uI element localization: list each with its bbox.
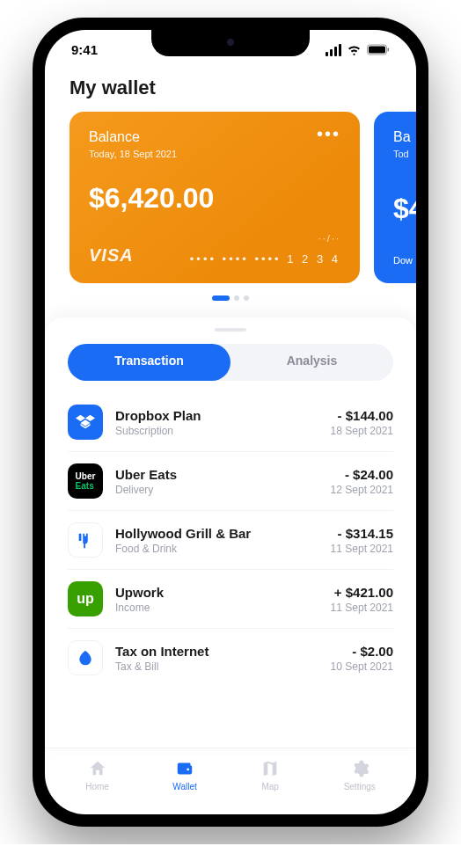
tx-date: 11 Sept 2021 <box>331 602 393 614</box>
transaction-row[interactable]: Tax on InternetTax & Bill- $2.0010 Sept … <box>68 629 393 687</box>
nav-label: Map <box>261 782 278 791</box>
home-icon <box>88 759 107 778</box>
page-title: My wallet <box>70 77 391 99</box>
leaf-icon <box>68 640 103 675</box>
nav-label: Settings <box>344 782 376 791</box>
map-icon <box>260 759 280 778</box>
restaurant-icon <box>68 522 103 558</box>
wallet-card-primary[interactable]: Balance Today, 18 Sept 2021 ••• $6,420.0… <box>70 112 360 283</box>
tx-date: 18 Sept 2021 <box>331 425 393 437</box>
tab-analysis[interactable]: Analysis <box>230 344 393 381</box>
tx-amount: - $144.00 <box>331 408 393 423</box>
tx-category: Delivery <box>115 484 331 496</box>
nav-map[interactable]: Map <box>260 759 280 791</box>
tx-title: Hollywood Grill & Bar <box>115 526 331 541</box>
svg-rect-2 <box>388 48 390 52</box>
pager-dot <box>234 295 239 301</box>
carousel-pager <box>45 283 416 317</box>
tx-category: Subscription <box>115 425 331 437</box>
pager-dot <box>244 295 249 301</box>
card-date: Tod <box>393 149 416 159</box>
wallet-icon <box>175 759 194 778</box>
ubereats-icon: UberEats <box>68 463 103 499</box>
battery-icon <box>367 44 390 55</box>
card-amount: $4 <box>393 193 416 225</box>
card-number: •••• •••• •••• 1 2 3 4 <box>190 252 340 266</box>
card-label: Balance <box>89 129 177 145</box>
nav-label: Home <box>85 782 109 791</box>
tx-title: Uber Eats <box>115 467 331 482</box>
card-label: Ba <box>393 129 416 145</box>
wallet-card-secondary[interactable]: Ba Tod $4 Dow <box>374 112 416 283</box>
tx-category: Tax & Bill <box>115 660 331 673</box>
tx-amount: - $24.00 <box>331 467 393 482</box>
upwork-icon: up <box>68 581 103 616</box>
tx-title: Tax on Internet <box>115 644 331 659</box>
header: My wallet <box>45 61 416 112</box>
transaction-list[interactable]: Dropbox PlanSubscription- $144.0018 Sept… <box>45 393 416 748</box>
transaction-row[interactable]: upUpworkIncome+ $421.0011 Sept 2021 <box>68 570 393 629</box>
bottom-nav: Home Wallet Map Settings <box>45 748 416 814</box>
tx-amount: + $421.00 <box>331 585 393 600</box>
card-expiry: ··/·· <box>318 233 340 244</box>
gear-icon <box>350 759 370 778</box>
card-extra: Dow <box>393 255 416 266</box>
visa-logo: VISA <box>89 245 134 266</box>
wifi-icon <box>347 44 362 55</box>
tx-title: Upwork <box>115 585 331 600</box>
sheet-handle[interactable] <box>215 328 246 332</box>
pager-dot-active <box>212 295 230 301</box>
nav-label: Wallet <box>172 782 196 791</box>
tx-amount: - $314.15 <box>331 526 393 541</box>
tx-title: Dropbox Plan <box>115 408 331 423</box>
status-time: 9:41 <box>71 42 98 57</box>
transaction-row[interactable]: Hollywood Grill & BarFood & Drink- $314.… <box>68 511 393 570</box>
tx-date: 10 Sept 2021 <box>331 660 393 673</box>
tx-date: 12 Sept 2021 <box>331 484 393 496</box>
nav-home[interactable]: Home <box>85 759 109 791</box>
dropbox-icon <box>68 405 103 440</box>
card-amount: $6,420.00 <box>89 182 340 215</box>
card-more-icon[interactable]: ••• <box>317 129 340 138</box>
card-date: Today, 18 Sept 2021 <box>89 149 177 159</box>
svg-rect-1 <box>369 47 385 54</box>
tx-category: Food & Drink <box>115 543 331 555</box>
tab-transaction[interactable]: Transaction <box>68 344 230 381</box>
nav-settings[interactable]: Settings <box>344 759 376 791</box>
cards-carousel[interactable]: Balance Today, 18 Sept 2021 ••• $6,420.0… <box>45 112 416 283</box>
bottom-sheet: Transaction Analysis Dropbox PlanSubscri… <box>45 317 416 748</box>
tabs: Transaction Analysis <box>68 344 393 381</box>
transaction-row[interactable]: Dropbox PlanSubscription- $144.0018 Sept… <box>68 393 393 452</box>
nav-wallet[interactable]: Wallet <box>172 759 196 791</box>
transaction-row[interactable]: UberEatsUber EatsDelivery- $24.0012 Sept… <box>68 452 393 511</box>
tx-amount: - $2.00 <box>331 644 393 659</box>
tx-category: Income <box>115 602 331 614</box>
tx-date: 11 Sept 2021 <box>331 543 393 555</box>
signal-icon <box>326 44 341 56</box>
